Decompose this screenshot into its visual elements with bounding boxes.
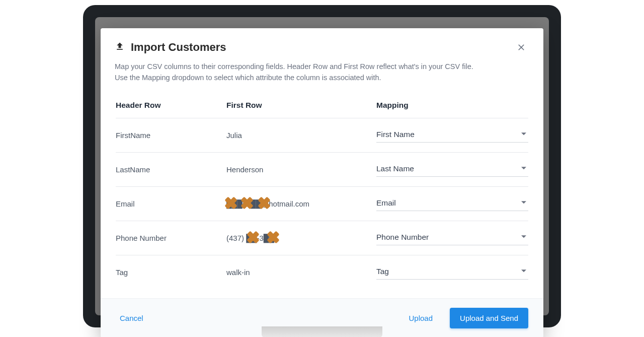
- mapping-select-lastname[interactable]: Last Name: [376, 162, 528, 177]
- select-value: Email: [376, 198, 396, 207]
- device-stand: [262, 326, 382, 337]
- select-value: Last Name: [376, 164, 414, 173]
- mapping-select-phone[interactable]: Phone Number: [376, 231, 528, 245]
- modal-title-wrap: Import Customers: [115, 41, 226, 54]
- first-row-value: walk-in: [226, 268, 376, 277]
- modal-description: Map your CSV columns to their correspond…: [101, 54, 503, 87]
- device-screen: Import Customers Map your CSV columns to…: [95, 17, 549, 315]
- header-row-value: Tag: [116, 268, 226, 277]
- upload-icon: [115, 41, 125, 53]
- device-frame: Import Customers Map your CSV columns to…: [83, 5, 561, 327]
- chevron-down-icon: [521, 164, 526, 173]
- upload-button[interactable]: Upload: [405, 311, 437, 325]
- footer-right: Upload Upload and Send: [405, 308, 528, 328]
- close-button[interactable]: [514, 40, 528, 54]
- column-header-first-row: First Row: [226, 101, 376, 110]
- table-header-row: Header Row First Row Mapping: [116, 92, 528, 118]
- mapping-select-tag[interactable]: Tag: [376, 265, 528, 280]
- table-row: Tag walk-in Tag: [116, 255, 528, 289]
- header-row-value: FirstName: [116, 131, 226, 140]
- mapping-table: Header Row First Row Mapping FirstName J…: [101, 87, 543, 289]
- header-row-value: LastName: [116, 165, 226, 174]
- mapping-select-email[interactable]: Email: [376, 196, 528, 211]
- select-value: Phone Number: [376, 233, 429, 241]
- column-header-mapping: Mapping: [376, 101, 528, 110]
- chevron-down-icon: [521, 129, 526, 139]
- table-row: FirstName Julia First Name: [116, 118, 528, 153]
- chevron-down-icon: [521, 266, 526, 276]
- import-customers-modal: Import Customers Map your CSV columns to…: [101, 28, 543, 337]
- table-row: Phone Number (437) ██-3██ Phone Number: [116, 221, 528, 255]
- column-header-header-row: Header Row: [116, 101, 226, 110]
- mapping-select-firstname[interactable]: First Name: [376, 128, 528, 143]
- select-value: First Name: [376, 130, 415, 139]
- header-row-value: Phone Number: [116, 234, 226, 242]
- header-row-value: Email: [116, 199, 226, 208]
- first-row-value: (437) ██-3██: [226, 234, 376, 242]
- table-row: LastName Henderson Last Name: [116, 153, 528, 187]
- select-value: Tag: [376, 267, 389, 276]
- chevron-down-icon: [521, 232, 526, 241]
- first-row-value: Julia: [226, 131, 376, 140]
- table-row: Email ███so██@hotmail.com Email: [116, 187, 528, 221]
- modal-title: Import Customers: [131, 41, 226, 54]
- cancel-button[interactable]: Cancel: [116, 311, 147, 325]
- upload-and-send-button[interactable]: Upload and Send: [450, 308, 528, 328]
- first-row-value: ███so██@hotmail.com: [226, 199, 376, 208]
- first-row-value: Henderson: [226, 165, 376, 174]
- modal-header: Import Customers: [101, 28, 543, 54]
- chevron-down-icon: [521, 198, 526, 207]
